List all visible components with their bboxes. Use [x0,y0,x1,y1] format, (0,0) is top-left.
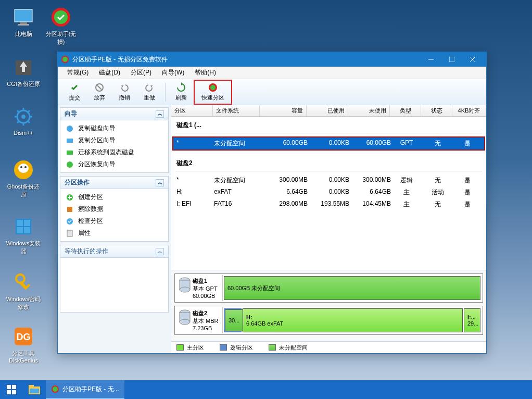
svg-rect-42 [67,151,73,155]
refresh-button[interactable]: 刷新 [169,81,194,103]
check-partition[interactable]: 检查分区 [60,215,168,227]
maximize-button[interactable] [441,52,462,67]
menu-bar: 常规(G) 磁盘(D) 分区(P) 向导(W) 帮助(H) [58,67,486,79]
svg-point-7 [21,115,26,119]
svg-point-40 [67,126,73,132]
th-4kb[interactable]: 4KB对齐 [452,105,486,116]
desktop-icon-this-pc[interactable]: 此电脑 [5,6,42,38]
disk2-title[interactable]: 磁盘2 [175,157,482,171]
collapse-icon[interactable]: ︽ [156,248,164,255]
th-status[interactable]: 状态 [421,105,452,116]
table-row[interactable]: H: exFAT 6.64GB 0.00KB 6.64GB 主 活动 是 [175,186,482,198]
table-row[interactable]: * 未分配空间 300.00MB 0.00KB 300.00MB 逻辑 无 是 [175,174,482,186]
svg-rect-0 [15,9,32,22]
menu-help[interactable]: 帮助(H) [189,67,221,78]
title-bar: 分区助手PE版 - 无损分区免费软件 [58,52,486,67]
desktop-label: Windows密码修改 [5,295,42,311]
app-icon [61,55,69,64]
disk-block-primary[interactable]: I:...29... [464,308,480,332]
svg-point-39 [210,85,216,90]
copy-disk-wizard[interactable]: 复制磁盘向导 [60,122,168,134]
th-capacity[interactable]: 容量 [260,105,307,116]
commit-button[interactable]: 提交 [62,81,87,103]
desktop-icon-cgi-backup[interactable]: CGI备份还原 [5,56,42,88]
svg-rect-21 [17,220,23,226]
table-row[interactable]: I: EFI FAT16 298.00MB 193.55MB 104.45MB … [175,198,482,210]
left-panel: 向导︽ 复制磁盘向导 复制分区向导 迁移系统到固态磁盘 分区恢复向导 分区操作︽… [58,105,171,353]
desktop-icon-ghost[interactable]: Ghost备份还原 [5,159,42,198]
desktop-label: CGI备份还原 [5,80,42,88]
redo-button[interactable]: 重做 [137,81,162,103]
desktop-icon-win-installer[interactable]: Windows安装器 [5,216,42,255]
svg-rect-57 [12,385,16,389]
quick-partition-button[interactable]: 快速分区 [195,81,231,103]
undo-button[interactable]: 撤销 [112,81,137,103]
svg-point-64 [53,386,58,392]
collapse-icon[interactable]: ︽ [156,110,164,118]
wipe-data[interactable]: 擦除数据 [60,203,168,215]
desktop-icon-diskgenius[interactable]: DG 分区工具DiskGenius [5,326,42,364]
toolbar-separator [165,83,166,102]
start-button[interactable] [0,380,23,399]
svg-point-25 [16,275,24,283]
close-button[interactable] [462,52,483,67]
copy-partition-wizard[interactable]: 复制分区向导 [60,134,168,146]
taskbar-app-button[interactable]: 分区助手PE版 - 无... [46,380,124,399]
disk1-group: 磁盘1 (... * 未分配空间 60.00GB 0.00KB 60.00GB … [175,119,482,151]
legend: 主分区 逻辑分区 未分配空间 [171,342,486,353]
desktop-icon-win-password[interactable]: Windows密码修改 [5,271,42,311]
svg-rect-33 [449,57,454,62]
desktop-label: Dism++ [5,130,42,136]
create-partition[interactable]: 创建分区 [60,191,168,203]
disk-block-primary[interactable]: H:6.64GB exFAT [243,308,463,332]
desktop-icon-dism[interactable]: Dism++ [5,106,42,136]
menu-wizard[interactable]: 向导(W) [157,67,189,78]
svg-line-15 [28,110,30,112]
disk-block-logical[interactable]: 30... [224,308,242,332]
disk2-group: 磁盘2 * 未分配空间 300.00MB 0.00KB 300.00MB 逻辑 … [175,157,482,210]
table-row[interactable]: * 未分配空间 60.00GB 0.00KB 60.00GB GPT 无 是 [172,136,485,151]
svg-rect-59 [12,390,16,394]
desktop-icon-partition-assistant[interactable]: 分区助手(无损) [43,6,79,46]
taskbar-explorer-icon[interactable] [23,380,46,399]
quick-partition-highlight: 快速分区 [194,80,232,105]
wizard-section: 向导︽ 复制磁盘向导 复制分区向导 迁移系统到固态磁盘 分区恢复向导 [60,107,169,173]
disk-block-unallocated[interactable]: 60.00GB 未分配空间 [224,276,480,300]
svg-rect-58 [7,390,11,394]
svg-rect-62 [30,389,39,393]
menu-partition[interactable]: 分区(P) [125,67,157,78]
svg-rect-22 [24,220,30,226]
legend-logical: 逻辑分区 [220,344,253,352]
th-partition[interactable]: 分区 [171,105,213,116]
partition-table-header: 分区 文件系统 容量 已使用 未使用 类型 状态 4KB对齐 [171,105,486,117]
window-title: 分区助手PE版 - 无损分区免费软件 [72,55,421,64]
svg-point-19 [24,166,27,168]
svg-point-17 [18,164,29,173]
disk2-map[interactable]: 磁盘2基本 MBR7.23GB 30... H:6.64GB exFAT I:.… [174,306,483,335]
svg-rect-47 [67,207,72,212]
svg-line-37 [97,85,102,90]
discard-button[interactable]: 放弃 [87,81,112,103]
migrate-ssd-wizard[interactable]: 迁移系统到固态磁盘 [60,146,168,158]
disk1-title[interactable]: 磁盘1 (... [175,119,482,133]
svg-line-13 [28,121,30,123]
desktop-label: 分区工具DiskGenius [5,350,42,364]
menu-general[interactable]: 常规(G) [62,67,94,78]
properties[interactable]: 属性 [60,227,168,239]
taskbar: 分区助手PE版 - 无... [0,380,532,399]
th-free[interactable]: 未使用 [348,105,390,116]
minimize-button[interactable] [421,52,441,67]
th-filesystem[interactable]: 文件系统 [213,105,260,116]
th-used[interactable]: 已使用 [307,105,348,116]
partition-recovery-wizard[interactable]: 分区恢复向导 [60,158,168,170]
collapse-icon[interactable]: ︽ [156,179,164,186]
svg-rect-49 [67,230,72,236]
disk1-map[interactable]: 磁盘1基本 GPT60.00GB 60.00GB 未分配空间 [174,273,483,303]
toolbar: 提交 放弃 撤销 重做 刷新 快速分区 [58,79,486,105]
pending-operations: 等待执行的操作︽ [60,245,169,313]
svg-line-12 [17,110,19,112]
partition-table-body: 磁盘1 (... * 未分配空间 60.00GB 0.00KB 60.00GB … [171,117,486,270]
th-type[interactable]: 类型 [390,105,421,116]
menu-disk[interactable]: 磁盘(D) [94,67,125,78]
legend-primary: 主分区 [176,344,204,352]
